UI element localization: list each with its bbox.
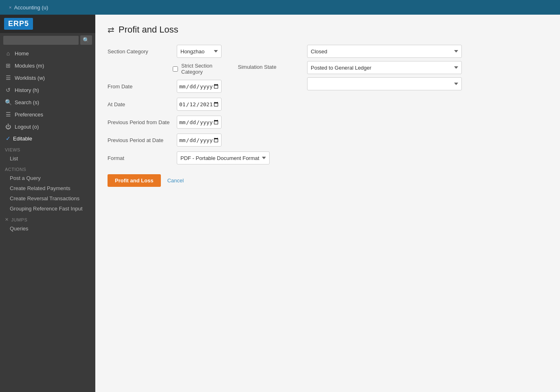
search-button[interactable]: 🔍 — [80, 35, 92, 45]
logout-icon: ⏻ — [5, 123, 11, 130]
sidebar: ERP5 🔍 ⌂ Home ⊞ Modules (m) ☰ Worklists … — [0, 15, 95, 392]
history-icon: ↺ — [5, 87, 11, 93]
section-category-select[interactable]: Hongzhao — [177, 45, 222, 58]
cancel-button[interactable]: Cancel — [167, 177, 184, 184]
modules-icon: ⊞ — [5, 62, 11, 69]
simulation-state-row: Simulation State Closed Draft Posted to … — [238, 45, 548, 90]
previous-period-at-date-row: Previous Period at Date — [108, 134, 222, 147]
sidebar-item-label: Preferences — [15, 112, 43, 118]
sidebar-item-worklists[interactable]: ☰ Worklists (w) — [0, 72, 95, 84]
tab-close-icon[interactable]: × — [9, 5, 11, 10]
previous-period-from-date-row: Previous Period from Date — [108, 116, 222, 129]
home-icon: ⌂ — [5, 50, 11, 57]
sidebar-item-preferences[interactable]: ☰ Preferences — [0, 108, 95, 120]
from-date-label: From Date — [108, 83, 173, 90]
at-date-input[interactable] — [177, 98, 222, 111]
sidebar-item-label: Editable — [13, 136, 32, 142]
from-date-row: From Date — [108, 80, 222, 93]
sidebar-item-logout[interactable]: ⏻ Logout (o) — [0, 120, 95, 133]
simulation-state-label: Simulation State — [238, 64, 303, 70]
sidebar-item-label: Logout (o) — [15, 124, 39, 130]
main-layout: ERP5 🔍 ⌂ Home ⊞ Modules (m) ☰ Worklists … — [0, 15, 560, 392]
format-row: Format PDF - Portable Document Format HT… — [108, 151, 222, 164]
sidebar-item-post-query[interactable]: Post a Query — [0, 173, 95, 183]
accounting-tab[interactable]: × Accounting (u) — [4, 0, 53, 15]
sidebar-item-label: History (h) — [15, 87, 39, 93]
previous-period-at-date-input[interactable] — [177, 134, 222, 147]
preferences-icon: ☰ — [5, 111, 11, 118]
sidebar-logo: ERP5 — [0, 15, 95, 33]
search-icon: 🔍 — [5, 99, 11, 105]
sidebar-item-create-reversal-transactions[interactable]: Create Reversal Transactions — [0, 193, 95, 204]
strict-section-category-row: Strict Section Category — [108, 63, 222, 75]
sidebar-item-label: Search (s) — [15, 99, 39, 105]
shuffle-icon: ⇄ — [108, 25, 114, 35]
form-left-column: Section Category Hongzhao Strict Section… — [108, 45, 222, 164]
sidebar-item-home[interactable]: ⌂ Home — [0, 47, 95, 59]
search-input[interactable] — [3, 36, 79, 45]
previous-period-from-date-input[interactable] — [177, 116, 222, 129]
form-actions: Profit and Loss Cancel — [108, 174, 548, 187]
section-category-label: Section Category — [108, 48, 173, 55]
simulation-state-select-2[interactable]: Posted to General Ledger Closed Draft Ca… — [307, 61, 462, 74]
strict-section-category-label: Strict Section Category — [181, 63, 222, 75]
section-category-row: Section Category Hongzhao — [108, 45, 222, 58]
profit-and-loss-button[interactable]: Profit and Loss — [108, 174, 161, 187]
tab-label: Accounting (u) — [14, 4, 48, 11]
sidebar-item-editable[interactable]: ✓ Editable — [0, 133, 95, 144]
top-bar: × Accounting (u) — [0, 0, 560, 15]
sidebar-item-create-related-payments[interactable]: Create Related Payments — [0, 183, 95, 193]
editable-check-icon: ✓ — [5, 135, 11, 142]
simulation-state-select-1[interactable]: Closed Draft Posted to General Ledger Ca… — [307, 45, 462, 58]
erp5-logo[interactable]: ERP5 — [4, 18, 33, 30]
from-date-input[interactable] — [177, 80, 222, 93]
form-right-column: Simulation State Closed Draft Posted to … — [238, 45, 548, 164]
previous-period-at-date-label: Previous Period at Date — [108, 137, 173, 143]
main-content: ⇄ Profit and Loss Section Category Hongz… — [95, 15, 560, 392]
sidebar-item-modules[interactable]: ⊞ Modules (m) — [0, 59, 95, 72]
sidebar-search-bar: 🔍 — [0, 33, 95, 47]
views-section-label: VIEWS — [0, 144, 95, 153]
at-date-label: At Date — [108, 101, 173, 107]
at-date-row: At Date — [108, 98, 222, 111]
jumps-cross-icon: ✕ — [5, 217, 9, 222]
simulation-state-selects: Closed Draft Posted to General Ledger Ca… — [307, 45, 462, 90]
sidebar-item-grouping-reference-fast-input[interactable]: Grouping Reference Fast Input — [0, 204, 95, 214]
sidebar-item-list[interactable]: List — [0, 153, 95, 164]
simulation-state-select-3[interactable]: Closed Draft Posted to General Ledger Ca… — [307, 77, 462, 90]
jumps-section-label: ✕ JUMPS — [0, 214, 95, 223]
actions-section-label: ACTIONS — [0, 164, 95, 173]
sidebar-item-label: Worklists (w) — [15, 75, 45, 81]
sidebar-item-label: Modules (m) — [15, 63, 44, 69]
format-label: Format — [108, 155, 173, 161]
page-title: Profit and Loss — [119, 24, 178, 35]
strict-section-category-checkbox[interactable] — [173, 66, 178, 72]
worklists-icon: ☰ — [5, 74, 11, 81]
sidebar-item-search[interactable]: 🔍 Search (s) — [0, 96, 95, 108]
sidebar-item-history[interactable]: ↺ History (h) — [0, 84, 95, 96]
sidebar-item-queries[interactable]: Queries — [0, 223, 95, 234]
form-grid: Section Category Hongzhao Strict Section… — [108, 45, 548, 164]
sidebar-item-label: Home — [15, 50, 29, 57]
previous-period-from-date-label: Previous Period from Date — [108, 119, 173, 125]
page-title-area: ⇄ Profit and Loss — [108, 24, 548, 35]
